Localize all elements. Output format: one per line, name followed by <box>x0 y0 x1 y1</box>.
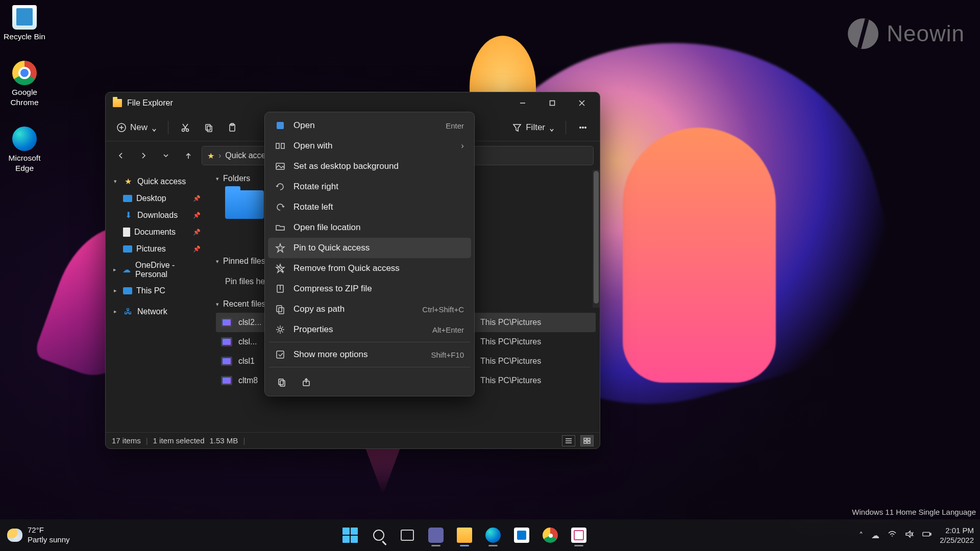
start-button[interactable] <box>337 522 363 548</box>
ctx-share-button[interactable] <box>296 372 317 392</box>
wallpaper-icon <box>275 161 285 171</box>
ctx-properties[interactable]: Properties Alt+Enter <box>268 319 471 340</box>
taskbar-center <box>70 522 860 548</box>
chat-button[interactable] <box>423 522 449 548</box>
desktop-icon-edge[interactable]: Microsoft Edge <box>3 127 46 173</box>
ctx-compress-zip[interactable]: Compress to ZIP file <box>268 279 471 299</box>
taskbar: 72°F Partly sunny ˄ ☁ 2:01 PM 2/25/2022 <box>0 519 980 551</box>
desktop-icon-recycle-bin[interactable]: Recycle Bin <box>3 5 46 41</box>
close-button[interactable] <box>567 92 597 114</box>
store-button[interactable] <box>509 522 534 548</box>
sidebar-onedrive[interactable]: ▸ ☁ OneDrive - Personal <box>109 261 204 278</box>
chevron-down-icon <box>549 125 554 130</box>
battery-tray-icon[interactable] <box>922 530 932 540</box>
file-icon <box>221 376 232 385</box>
sidebar-item-downloads[interactable]: ⬇ Downloads 📌 <box>109 207 204 223</box>
minimize-button[interactable] <box>508 92 537 114</box>
cut-icon <box>181 123 190 132</box>
ctx-pin-quick-access[interactable]: Pin to Quick access <box>268 238 471 258</box>
task-view-button[interactable] <box>395 522 420 548</box>
task-view-icon <box>401 530 414 541</box>
chevron-right-icon: ▸ <box>112 266 118 273</box>
forward-button[interactable] <box>134 146 153 165</box>
weather-icon <box>7 529 22 542</box>
view-details-button[interactable] <box>562 435 575 446</box>
scrollbar-thumb[interactable] <box>594 171 599 304</box>
ctx-open-with[interactable]: Open with › <box>268 136 471 156</box>
volume-tray-icon[interactable] <box>905 530 914 540</box>
windows-icon <box>342 528 358 543</box>
new-button[interactable]: New <box>112 118 162 137</box>
svg-rect-23 <box>584 438 586 440</box>
explorer-taskbar-button[interactable] <box>452 522 477 548</box>
up-button[interactable] <box>179 146 198 165</box>
pin-icon: 📌 <box>193 212 201 219</box>
sidebar-item-pictures[interactable]: Pictures 📌 <box>109 240 204 257</box>
ctx-rotate-right[interactable]: Rotate right <box>268 177 471 197</box>
copy-button[interactable] <box>198 118 219 137</box>
ctx-set-wallpaper[interactable]: Set as desktop background <box>268 156 471 177</box>
maximize-button[interactable] <box>537 92 567 114</box>
svg-rect-29 <box>281 143 284 148</box>
titlebar[interactable]: File Explorer <box>106 92 600 114</box>
statusbar: 17 items | 1 item selected 1.53 MB | <box>106 432 600 448</box>
svg-rect-41 <box>280 381 285 386</box>
unpin-star-icon <box>275 263 285 273</box>
sidebar-network[interactable]: ▸ 🖧 Network <box>109 303 204 320</box>
desktop-icon-label: Google Chrome <box>3 87 46 107</box>
properties-icon <box>275 324 285 335</box>
search-icon <box>373 530 384 541</box>
sidebar-item-documents[interactable]: Documents 📌 <box>109 223 204 240</box>
view-thumbnails-button[interactable] <box>580 435 594 446</box>
onedrive-tray-icon[interactable]: ☁ <box>871 531 879 540</box>
sidebar-quick-access[interactable]: ▾ ★ Quick access <box>109 173 204 190</box>
status-selected: 1 item selected <box>153 436 205 445</box>
explorer-app-icon <box>113 99 122 107</box>
plus-icon <box>117 123 126 132</box>
svg-point-7 <box>182 129 185 131</box>
cut-button[interactable] <box>175 118 196 137</box>
ctx-open[interactable]: Open Enter <box>268 115 471 136</box>
svg-marker-31 <box>276 244 284 252</box>
filter-button[interactable]: Filter <box>507 118 559 137</box>
desktop-icons-area: Recycle Bin Google Chrome Microsoft Edge <box>3 5 46 173</box>
sidebar-item-desktop[interactable]: Desktop 📌 <box>109 190 204 207</box>
ctx-open-location[interactable]: Open file location <box>268 217 471 238</box>
svg-rect-36 <box>277 306 282 312</box>
wifi-tray-icon[interactable] <box>888 530 897 540</box>
recent-locations-button[interactable] <box>157 146 175 165</box>
svg-rect-28 <box>276 143 279 148</box>
taskbar-weather[interactable]: 72°F Partly sunny <box>0 525 70 545</box>
ctx-show-more[interactable]: Show more options Shift+F10 <box>268 344 471 365</box>
pictures-icon <box>123 245 132 253</box>
chrome-icon <box>12 61 37 85</box>
scrollbar[interactable] <box>593 170 600 308</box>
pin-star-icon <box>275 243 285 253</box>
sidebar-this-pc[interactable]: ▸ This PC <box>109 282 204 299</box>
ctx-copy-button[interactable] <box>271 372 292 392</box>
watermark-text: Neowin <box>887 21 965 46</box>
ctx-remove-quick-access[interactable]: Remove from Quick access <box>268 258 471 279</box>
open-icon <box>275 120 285 131</box>
snipping-taskbar-button[interactable] <box>566 522 592 548</box>
chrome-taskbar-button[interactable] <box>537 522 563 548</box>
tray-chevron-up-icon[interactable]: ˄ <box>859 531 863 540</box>
svg-marker-15 <box>513 124 521 131</box>
chevron-down-icon: ▾ <box>216 301 219 308</box>
more-button[interactable] <box>572 118 594 137</box>
ctx-rotate-left[interactable]: Rotate left <box>268 197 471 217</box>
ctx-copy-path[interactable]: Copy as path Ctrl+Shift+C <box>268 299 471 319</box>
folder-tile[interactable] <box>225 190 264 219</box>
back-button[interactable] <box>112 146 130 165</box>
svg-point-17 <box>582 127 584 128</box>
edge-taskbar-button[interactable] <box>480 522 506 548</box>
copy-icon <box>204 123 213 132</box>
search-button[interactable] <box>366 522 391 548</box>
taskbar-clock[interactable]: 2:01 PM 2/25/2022 <box>940 525 974 545</box>
desktop-icon-chrome[interactable]: Google Chrome <box>3 61 46 107</box>
chevron-down-icon <box>152 125 157 130</box>
pc-icon <box>123 287 132 294</box>
chevron-right-icon: ▸ <box>112 287 119 294</box>
paste-button[interactable] <box>222 118 243 137</box>
edge-icon <box>12 127 37 151</box>
